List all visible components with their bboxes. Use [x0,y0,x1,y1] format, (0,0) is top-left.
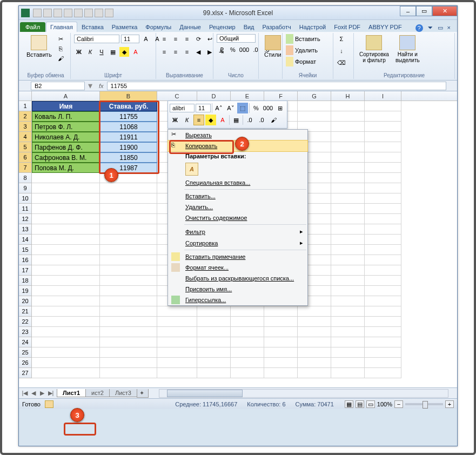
sort-filter-button[interactable]: Сортировка и фильтр [357,34,391,64]
row-header[interactable]: 18 [19,276,32,286]
align-left-icon[interactable]: ≡ [159,47,169,57]
cell[interactable]: 11850 [100,152,157,163]
cell[interactable] [331,255,365,265]
cell[interactable] [100,245,157,255]
col-header-b[interactable]: B [100,91,157,101]
tab-view[interactable]: Вид [240,22,258,32]
cell[interactable] [331,101,365,111]
mini-border-icon[interactable]: ▦ [231,115,242,125]
cell[interactable] [231,358,264,368]
tab-home[interactable]: Главная [46,22,77,32]
row-header[interactable]: 16 [19,255,32,265]
sheet-tab-1[interactable]: Лист1 [57,389,86,397]
cell[interactable] [365,193,401,204]
menu-format[interactable]: Формат ячеек... [168,262,307,273]
cell[interactable] [32,193,100,204]
currency-icon[interactable]: ₽ [217,45,226,55]
qat-btn[interactable] [84,9,93,17]
row-header[interactable]: 19 [19,286,32,296]
cell[interactable] [365,368,401,378]
cell[interactable] [365,255,401,265]
cell[interactable] [100,358,157,368]
cell[interactable] [32,317,100,327]
fill-icon[interactable]: ↓ [337,46,346,56]
ribbon-minimize-icon[interactable]: ⏷ [427,24,433,32]
row-header[interactable]: 7 [19,163,32,173]
align-top-icon[interactable]: ≡ [159,34,169,44]
file-tab[interactable]: Файл [20,22,45,32]
horizontal-scrollbar[interactable] [159,389,448,398]
cell[interactable] [264,358,298,368]
zoom-in-button[interactable]: + [445,400,454,408]
col-header-d[interactable]: D [197,91,231,101]
cell[interactable] [365,276,401,286]
cell[interactable] [298,337,331,347]
tab-review[interactable]: Рецензир [205,22,239,32]
name-box-dropdown-icon[interactable]: ▾ [85,81,96,91]
row-header[interactable]: 13 [19,224,32,235]
mini-bold-button[interactable]: Ж [170,115,180,125]
cell[interactable] [157,368,197,378]
cell[interactable] [298,368,331,378]
percent-icon[interactable]: % [228,45,238,55]
clear-icon[interactable]: ⌫ [337,58,346,68]
paste-option-values[interactable]: A [185,163,198,176]
cell[interactable] [197,337,231,347]
cell[interactable] [298,327,331,337]
mini-currency-icon[interactable]: ⊞ [274,103,285,113]
cell[interactable] [100,276,157,286]
cell[interactable] [365,347,401,358]
align-right-icon[interactable]: ≡ [182,47,192,57]
cell[interactable] [331,337,365,347]
cell[interactable] [331,306,365,317]
comma-icon[interactable]: 000 [239,45,249,55]
select-all-corner[interactable] [19,91,32,101]
cell[interactable] [298,347,331,358]
mini-dec-decimal-icon[interactable]: .0 [244,115,255,125]
indent-dec-icon[interactable]: ◀ [193,47,203,57]
formula-bar[interactable]: 11755 [107,82,446,90]
mini-comma-icon[interactable]: 000 [263,103,273,113]
cell[interactable] [365,235,401,245]
cell[interactable] [365,142,401,152]
tab-addins[interactable]: Надстрой [296,22,330,32]
cell[interactable] [100,286,157,296]
row-header[interactable]: 11 [19,204,32,214]
qat-redo-icon[interactable] [53,9,62,17]
mdi-restore-icon[interactable]: ▭ [438,24,443,32]
cell[interactable] [157,306,197,317]
border-icon[interactable]: ▦ [108,47,118,57]
row-header[interactable]: 8 [19,173,32,183]
cell[interactable] [32,306,100,317]
cell[interactable]: Ставка. руб. [100,101,157,111]
cell[interactable] [100,337,157,347]
row-header[interactable]: 17 [19,265,32,276]
autosum-icon[interactable]: Σ [337,34,346,44]
qat-btn[interactable] [64,9,72,17]
maximize-button[interactable]: ▭ [416,6,432,16]
cell[interactable] [100,347,157,358]
cell[interactable] [32,214,100,224]
cell[interactable] [331,163,365,173]
cell[interactable] [365,286,401,296]
cell[interactable]: 11900 [100,142,157,152]
format-painter-icon[interactable]: 🖌 [56,53,66,63]
cell[interactable] [100,235,157,245]
qat-btn[interactable] [74,9,83,17]
cell[interactable] [365,163,401,173]
font-size-combo[interactable]: 11 [121,35,139,43]
cell[interactable] [331,122,365,132]
menu-filter[interactable]: Фильтр▸ [168,226,307,237]
cell[interactable] [32,327,100,337]
cell[interactable] [231,317,264,327]
cell[interactable] [331,132,365,142]
mini-inc-decimal-icon[interactable]: .0 [256,115,267,125]
cell[interactable] [197,327,231,337]
mini-size-combo[interactable]: 11 [196,104,211,112]
close-button[interactable]: ✕ [432,6,457,16]
menu-insert[interactable]: Вставить... [168,191,307,202]
cell[interactable] [331,286,365,296]
row-header[interactable]: 6 [19,152,32,163]
tab-data[interactable]: Данные [176,22,205,32]
cell[interactable]: Парфенов Д. Ф. [32,142,100,152]
